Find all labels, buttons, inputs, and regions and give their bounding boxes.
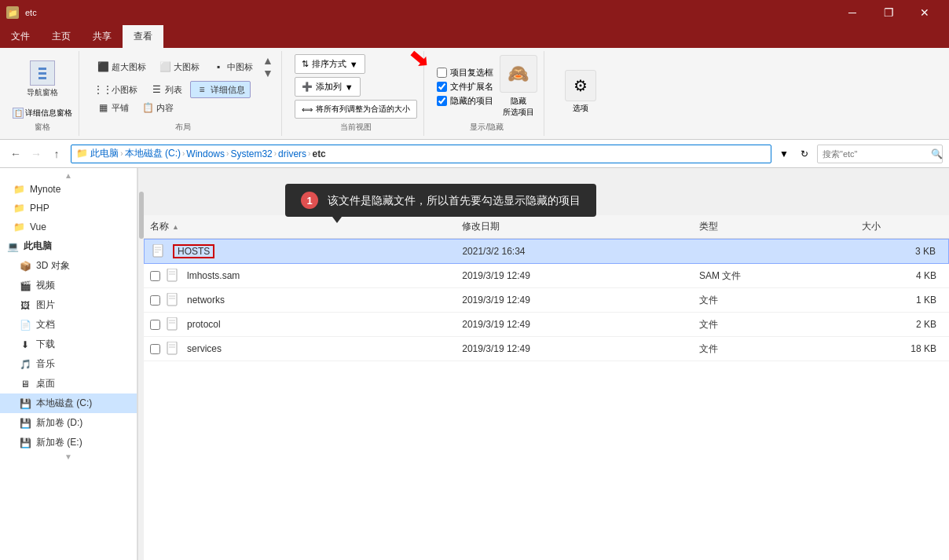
detail-pane-label: 详细信息窗格 — [25, 108, 72, 119]
file-row-hosts[interactable]: HOSTS 2021/3/2 16:34 3 KB — [144, 239, 949, 264]
checkbox-file-ext[interactable]: 文件扩展名 — [437, 81, 493, 93]
small-label: 小图标 — [112, 84, 137, 96]
layout-large[interactable]: ⬜ 大图标 — [154, 54, 204, 79]
auto-fit-button[interactable]: ⟺ 将所有列调整为合适的大小 — [295, 100, 417, 119]
detail-pane-button[interactable]: 📋 详细信息窗格 — [13, 108, 72, 119]
col-header-date[interactable]: 修改日期 — [456, 218, 693, 235]
networks-checkbox[interactable] — [150, 295, 160, 306]
tile-label: 平铺 — [112, 102, 129, 114]
svg-rect-13 — [167, 342, 177, 354]
search-box[interactable]: 🔍 — [817, 145, 943, 163]
back-button[interactable]: ← — [6, 145, 25, 163]
close-button[interactable]: ✕ — [907, 0, 943, 25]
layout-medium[interactable]: ▪ 中图标 — [207, 54, 258, 79]
sidebar-item-music[interactable]: 🎵 音乐 — [0, 354, 137, 374]
file-row-protocol[interactable]: protocol 2019/3/19 12:49 文件 2 KB — [144, 313, 949, 337]
protocol-checkbox[interactable] — [150, 320, 160, 330]
tab-file[interactable]: 文件 — [0, 25, 41, 48]
path-windows[interactable]: Windows — [186, 148, 225, 159]
panes-group-label: 窗格 — [35, 119, 50, 133]
networks-name-text: networks — [187, 295, 225, 306]
sidebar-label-docs: 文档 — [36, 318, 55, 331]
path-c[interactable]: 本地磁盘 (C:) — [125, 147, 181, 160]
checkbox-hidden-items[interactable]: 隐藏的项目 — [437, 95, 493, 107]
col-size-label: 大小 — [862, 220, 881, 233]
scroll-down-indicator[interactable]: ▼ — [0, 452, 137, 461]
path-parts: 📁 此电脑 › 本地磁盘 (C:) › Windows › System32 ›… — [76, 147, 326, 160]
nav-pane-button[interactable]: 导航窗格 — [27, 60, 58, 98]
sidebar-item-php[interactable]: 📁 PHP — [0, 199, 137, 218]
checkbox-item-selection[interactable]: 项目复选框 — [437, 67, 493, 79]
group-options: ⚙ 选项 — [557, 51, 604, 136]
downloads-icon: ⬇ — [19, 339, 31, 351]
scroll-up-indicator[interactable]: ▲ — [0, 171, 137, 180]
sidebar-item-pictures[interactable]: 🖼 图片 — [0, 295, 137, 315]
tab-home[interactable]: 主页 — [41, 25, 82, 48]
path-pc[interactable]: 📁 此电脑 — [76, 147, 119, 160]
path-drivers[interactable]: drivers — [278, 148, 306, 159]
file-row-lmhosts[interactable]: lmhosts.sam 2019/3/19 12:49 SAM 文件 4 KB — [144, 264, 949, 288]
sort-by-button[interactable]: ⇅ 排序方式 ▼ — [295, 54, 365, 74]
sidebar-scrollbar[interactable] — [137, 168, 144, 560]
path-system32[interactable]: System32 — [230, 148, 272, 159]
layout-xlarge[interactable]: ⬛ 超大图标 — [92, 54, 151, 79]
tab-share[interactable]: 共享 — [82, 25, 123, 48]
group-show-hide: 项目复选框 文件扩展名 隐藏的项目 🙈 隐藏所选项目 显示/隐藏 — [431, 51, 544, 136]
col-header-type[interactable]: 类型 — [693, 218, 856, 235]
restore-button[interactable]: ❐ — [870, 0, 907, 25]
sidebar-item-d-drive[interactable]: 💾 新加卷 (D:) — [0, 413, 137, 433]
search-input[interactable] — [823, 149, 931, 159]
file-row-networks[interactable]: networks 2019/3/19 12:49 文件 1 KB — [144, 288, 949, 313]
layout-small[interactable]: ⋮⋮ 小图标 — [92, 81, 142, 98]
sidebar-scroll-thumb[interactable] — [139, 192, 144, 239]
tab-view[interactable]: 查看 — [123, 25, 163, 48]
sidebar-item-docs[interactable]: 📄 文档 — [0, 315, 137, 335]
layout-detail[interactable]: ≡ 详细信息 — [190, 81, 251, 98]
options-button[interactable]: ⚙ 选项 — [565, 70, 596, 114]
sidebar-item-mynote[interactable]: 📁 Mynote — [0, 180, 137, 199]
layout-tile[interactable]: ▦ 平铺 — [92, 100, 134, 115]
sidebar-item-3d[interactable]: 📦 3D 对象 — [0, 256, 137, 276]
services-name-text: services — [187, 343, 222, 354]
services-checkbox[interactable] — [150, 344, 160, 354]
annotation-number: 1 — [301, 192, 318, 209]
layout-row-2: ⋮⋮ 小图标 ☰ 列表 ≡ 详细信息 — [92, 81, 275, 98]
sort-arrow-name: ▲ — [172, 223, 179, 231]
sidebar-item-thispc[interactable]: 💻 此电脑 — [0, 236, 137, 256]
lmhosts-checkbox[interactable] — [150, 271, 160, 281]
content-icon: 📋 — [141, 101, 154, 114]
col-header-size[interactable]: 大小 — [856, 218, 949, 235]
lmhosts-name-text: lmhosts.sam — [187, 270, 240, 281]
file-row-services[interactable]: services 2019/3/19 12:49 文件 18 KB — [144, 337, 949, 361]
sidebar-item-downloads[interactable]: ⬇ 下载 — [0, 335, 137, 354]
hidden-items-checkbox[interactable] — [437, 96, 447, 106]
layout-content[interactable]: 📋 内容 — [137, 100, 178, 115]
minimize-button[interactable]: ─ — [834, 0, 870, 25]
layout-expand[interactable]: ▲▼ — [261, 54, 275, 79]
path-dropdown-button[interactable]: ▼ — [776, 145, 792, 163]
layout-list[interactable]: ☰ 列表 — [145, 81, 187, 98]
col-header-name[interactable]: 名称 ▲ — [144, 218, 456, 235]
file-ext-checkbox[interactable] — [437, 82, 447, 92]
forward-button[interactable]: → — [27, 145, 46, 163]
sidebar-item-c-drive[interactable]: 💾 本地磁盘 (C:) — [0, 393, 137, 413]
sidebar-item-video[interactable]: 🎬 视频 — [0, 276, 137, 295]
path-etc[interactable]: etc — [312, 148, 325, 159]
up-button[interactable]: ↑ — [47, 145, 66, 163]
add-column-button[interactable]: ➕ 添加列 ▼ — [295, 77, 361, 97]
hide-selected-button[interactable]: 🙈 — [500, 55, 537, 93]
sidebar-item-vue[interactable]: 📁 Vue — [0, 218, 137, 236]
file-type-networks: 文件 — [693, 292, 856, 309]
sidebar-item-desktop[interactable]: 🖥 桌面 — [0, 374, 137, 393]
protocol-name-text: protocol — [187, 319, 221, 330]
file-list-header: 名称 ▲ 修改日期 类型 大小 — [144, 215, 949, 239]
refresh-button[interactable]: ↻ — [797, 145, 812, 163]
address-path[interactable]: 📁 此电脑 › 本地磁盘 (C:) › Windows › System32 ›… — [71, 145, 771, 163]
file-icon-services — [165, 341, 181, 357]
file-size-lmhosts: 4 KB — [856, 269, 949, 283]
sidebar-item-e-drive[interactable]: 💾 新加卷 (E:) — [0, 433, 137, 452]
file-date-services: 2019/3/19 12:49 — [456, 342, 693, 356]
main-area: ▲ 📁 Mynote 📁 PHP 📁 Vue 💻 此电脑 📦 3D 对象 — [0, 168, 949, 560]
file-type-services: 文件 — [693, 341, 856, 357]
item-selection-checkbox[interactable] — [437, 68, 447, 78]
